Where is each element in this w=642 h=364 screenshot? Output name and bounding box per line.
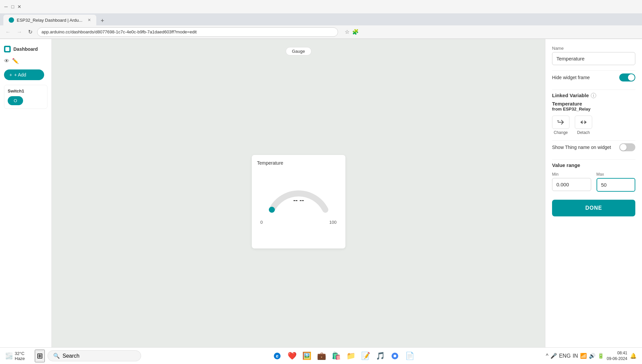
- detach-label: Detach: [577, 130, 590, 135]
- hide-widget-frame-toggle[interactable]: [619, 73, 635, 81]
- weather-icon: 🌫️: [5, 352, 13, 360]
- value-range-title: Value range: [552, 162, 635, 168]
- range-inputs: Min Max: [552, 172, 635, 192]
- weather-condition: Haze: [15, 356, 25, 361]
- microphone-icon[interactable]: 🎤: [550, 353, 557, 359]
- new-tab-button[interactable]: +: [98, 16, 107, 25]
- extensions-icon[interactable]: 🧩: [352, 29, 359, 35]
- gauge-svg-container: -- --: [257, 170, 340, 220]
- gauge-widget-title: Temperature: [257, 160, 340, 166]
- change-variable-button[interactable]: Change: [552, 116, 569, 135]
- linked-var-from: from ESP32_Relay: [552, 107, 635, 112]
- gauge-widget: Temperature -- -- 0 100: [252, 155, 345, 248]
- hide-widget-frame-row: Hide widget frame: [552, 70, 635, 84]
- tab-bar: ESP32_Relay Dashboard | Ardu... ✕ +: [0, 13, 642, 25]
- speaker-icon[interactable]: 🔊: [589, 353, 596, 359]
- close-button[interactable]: ✕: [17, 4, 22, 9]
- taskbar-app-store[interactable]: 🛍️: [330, 350, 342, 362]
- change-icon: [552, 116, 569, 129]
- maximize-button[interactable]: □: [10, 4, 15, 9]
- gauge-svg: -- --: [265, 173, 332, 216]
- edit-button[interactable]: ✏️: [12, 58, 19, 64]
- max-input[interactable]: [597, 178, 636, 192]
- forward-button[interactable]: →: [15, 28, 23, 36]
- wifi-icon[interactable]: 📶: [580, 353, 587, 359]
- taskbar-app-audacity[interactable]: 🎵: [374, 350, 386, 362]
- taskbar-app-teams[interactable]: 💼: [315, 350, 327, 362]
- linked-var-actions: Change Detach: [552, 116, 635, 135]
- app-container: Dashboard 👁 ✏️ + + Add Switch1 O Gauge T…: [0, 39, 642, 364]
- gauge-max-value: 100: [329, 220, 337, 225]
- sidebar-logo-icon: [4, 46, 11, 52]
- taskbar-search-bar[interactable]: 🔍 Search: [47, 350, 141, 361]
- svg-point-5: [394, 355, 396, 357]
- browser-chrome: ─ □ ✕ ESP32_Relay Dashboard | Ardu... ✕ …: [0, 0, 642, 39]
- minimize-button[interactable]: ─: [3, 4, 9, 9]
- tab-title: ESP32_Relay Dashboard | Ardu...: [17, 18, 82, 23]
- add-btn-label: + Add: [14, 72, 26, 77]
- taskbar-app-chrome[interactable]: [389, 350, 401, 362]
- svg-text:-- --: -- --: [293, 196, 304, 204]
- sidebar-header: Dashboard: [3, 43, 49, 55]
- show-thing-name-row: Show Thing name on widget: [552, 140, 635, 154]
- min-input[interactable]: [552, 178, 591, 191]
- url-text: app.arduino.cc/dashboards/d8077698-1c7c-…: [41, 29, 197, 34]
- tray-chevron-icon[interactable]: ^: [546, 353, 548, 359]
- taskbar-app-heart[interactable]: ❤️: [286, 350, 298, 362]
- right-panel: Name Hide widget frame Linked Variable i…: [545, 39, 642, 364]
- show-thing-name-toggle[interactable]: [619, 143, 635, 151]
- back-button[interactable]: ←: [4, 28, 12, 36]
- url-bar[interactable]: app.arduino.cc/dashboards/d8077698-1c7c-…: [37, 27, 338, 37]
- linked-variable-section: Linked Variable i Temperature from ESP32…: [552, 89, 635, 135]
- svg-text:e: e: [276, 353, 279, 359]
- gauge-range: 0 100: [257, 220, 340, 225]
- preview-button[interactable]: 👁: [4, 58, 9, 64]
- sidebar-title: Dashboard: [13, 46, 38, 52]
- name-label: Name: [552, 46, 635, 51]
- name-input[interactable]: [552, 52, 635, 65]
- refresh-button[interactable]: ↻: [27, 27, 34, 36]
- change-label: Change: [554, 130, 568, 135]
- taskbar-app-files[interactable]: 📁: [345, 350, 357, 362]
- active-tab[interactable]: ESP32_Relay Dashboard | Ardu... ✕: [3, 15, 96, 25]
- taskbar-app-acrobat[interactable]: 📄: [404, 350, 416, 362]
- add-widget-button[interactable]: + + Add: [4, 69, 44, 80]
- linked-var-thing-name: ESP32_Relay: [563, 107, 591, 112]
- language-indicator[interactable]: ENG: [559, 353, 571, 359]
- info-icon[interactable]: i: [591, 93, 596, 98]
- done-button[interactable]: DONE: [552, 200, 635, 216]
- taskbar-app-photo[interactable]: 🖼️: [301, 350, 313, 362]
- value-range-section: Value range Min Max: [552, 159, 635, 192]
- tray-date-display: 09-06-2024: [607, 356, 627, 362]
- weather-temp: 32°C: [15, 351, 25, 356]
- taskbar-tray: ^ 🎤 ENG IN 📶 🔊 🔋 08:41 09-06-2024 🔔: [546, 350, 637, 362]
- taskbar-app-edge[interactable]: e: [271, 350, 283, 362]
- tray-datetime[interactable]: 08:41 09-06-2024: [607, 350, 627, 362]
- linked-var-name: Temperature: [552, 101, 635, 107]
- address-bar: ← → ↻ app.arduino.cc/dashboards/d8077698…: [0, 25, 642, 39]
- max-input-group: Max: [597, 172, 636, 192]
- switch1-widget-card: Switch1 O: [4, 85, 47, 109]
- tab-close-button[interactable]: ✕: [88, 18, 91, 22]
- toggle-knob: [628, 74, 635, 81]
- detach-variable-button[interactable]: Detach: [575, 116, 592, 135]
- taskbar-weather: 🌫️ 32°C Haze: [5, 351, 32, 361]
- taskbar-app-sticky[interactable]: 📝: [359, 350, 371, 362]
- switch1-on-button[interactable]: O: [8, 96, 23, 105]
- region-indicator: IN: [573, 353, 578, 359]
- weather-info: 32°C Haze: [15, 351, 25, 361]
- min-label: Min: [552, 172, 591, 177]
- tab-favicon-icon: [9, 17, 14, 23]
- taskbar: 🌫️ 32°C Haze ⊞ 🔍 Search e ❤️ 🖼️ 💼 🛍️ 📁: [0, 347, 642, 364]
- bookmark-icon[interactable]: ☆: [345, 29, 349, 35]
- linked-variable-title: Linked Variable i: [552, 93, 635, 98]
- title-bar: ─ □ ✕: [0, 0, 642, 13]
- max-label: Max: [597, 172, 636, 177]
- notification-icon[interactable]: 🔔: [630, 353, 637, 359]
- gauge-min-value: 0: [260, 220, 263, 225]
- battery-icon[interactable]: 🔋: [598, 353, 604, 359]
- switch1-title: Switch1: [8, 88, 44, 94]
- start-button[interactable]: ⊞: [35, 350, 45, 362]
- min-input-group: Min: [552, 172, 591, 192]
- left-sidebar: Dashboard 👁 ✏️ + + Add Switch1 O: [0, 39, 52, 364]
